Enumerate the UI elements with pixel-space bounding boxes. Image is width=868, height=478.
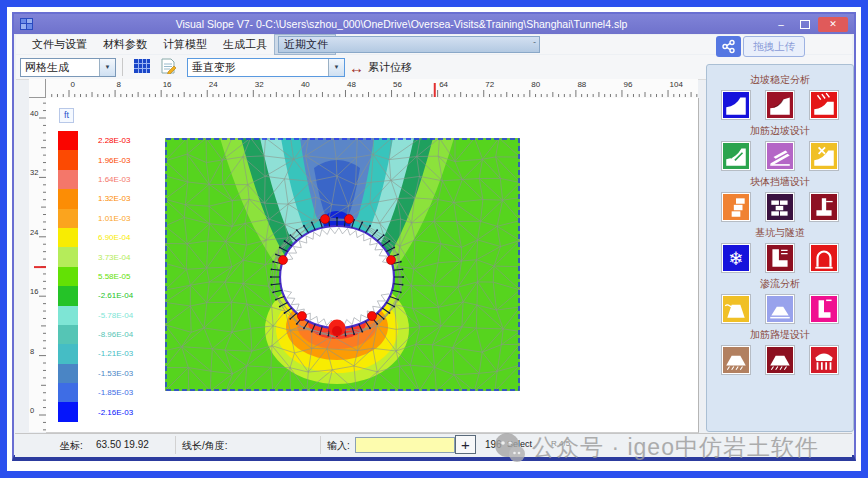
- sidebar-section-label: 块体挡墙设计: [750, 175, 810, 189]
- block-wall-icon[interactable]: [721, 192, 751, 222]
- drawing-canvas[interactable]: ft 2.28E-031.96E-031.64E-031.32E-031.01E…: [46, 98, 699, 433]
- legend-entry: 1.01E-03: [58, 209, 133, 228]
- svg-text:8: 8: [30, 347, 34, 356]
- vertical-ruler[interactable]: 4032241680: [29, 98, 47, 432]
- mesh-grid-icon[interactable]: [134, 59, 150, 75]
- dam-seepage-icon[interactable]: [721, 294, 751, 324]
- legend-value: -1.53E-03: [98, 369, 133, 378]
- menu-item-3[interactable]: 计算模型: [155, 35, 215, 54]
- input-label: 输入:: [327, 439, 350, 453]
- legend-entry: -2.16E-03: [58, 402, 133, 421]
- close-button[interactable]: ✕: [818, 17, 848, 32]
- svg-text:32: 32: [255, 80, 264, 89]
- chevron-down-icon: ˇ: [533, 40, 536, 49]
- menu-item-1[interactable]: 文件与设置: [24, 35, 95, 54]
- svg-text:0: 0: [71, 80, 76, 89]
- ground-freezing-icon[interactable]: ❄: [721, 243, 751, 273]
- svg-text:48: 48: [347, 80, 356, 89]
- legend-value: 1.64E-03: [98, 175, 130, 184]
- legend-swatch: [58, 247, 78, 266]
- horizontal-ruler[interactable]: 081624324048566472808896104: [46, 79, 698, 99]
- window-title: Visual Slope V7- 0-C:\Users\szhou_000\On…: [33, 18, 770, 30]
- svg-text:16: 16: [30, 287, 38, 296]
- recent-files-combo[interactable]: 近期文件 ˇ: [278, 36, 540, 53]
- legend-entry: -1.21E-03: [58, 344, 133, 363]
- statusbar-separator: [320, 436, 321, 454]
- watermark-text: 公众号 · igeo中仿岩土软件: [532, 432, 819, 463]
- legend-value: 2.28E-03: [98, 136, 130, 145]
- legend-entry: 1.96E-03: [58, 150, 133, 169]
- legend-entry: 3.73E-04: [58, 247, 133, 266]
- cumulative-displacement-label[interactable]: 累计位移: [368, 60, 412, 75]
- sidebar-section-label: 加筋路堤设计: [750, 328, 810, 342]
- maximize-button[interactable]: [794, 17, 816, 32]
- title-bar[interactable]: Visual Slope V7- 0-C:\Users\szhou_000\On…: [14, 14, 854, 34]
- sidebar-section-label: 边坡稳定分析: [750, 73, 810, 87]
- svg-text:88: 88: [577, 80, 586, 89]
- legend-entry: -2.61E-04: [58, 286, 133, 305]
- embankment-icon[interactable]: [721, 345, 751, 375]
- edit-report-icon[interactable]: [160, 58, 176, 76]
- seepage-structure-icon[interactable]: [809, 294, 839, 324]
- legend-entry: 1.64E-03: [58, 170, 133, 189]
- sidebar-section-label: 渗流分析: [760, 277, 800, 291]
- sidebar-section-label: 基坑与隧道: [755, 226, 805, 240]
- svg-text:❄: ❄: [728, 248, 743, 269]
- embankment-fill-icon[interactable]: [765, 345, 795, 375]
- legend-value: -2.61E-04: [98, 291, 133, 300]
- legend-entry: 5.58E-05: [58, 267, 133, 286]
- svg-text:24: 24: [209, 80, 218, 89]
- retaining-wall-icon[interactable]: [809, 192, 839, 222]
- tunnel-icon[interactable]: [809, 243, 839, 273]
- svg-text:80: 80: [531, 80, 540, 89]
- svg-text:72: 72: [485, 80, 494, 89]
- result-type-label: 垂直变形: [192, 60, 236, 75]
- legend-swatch: [58, 306, 78, 325]
- legend-swatch: [58, 402, 78, 421]
- zoom-crosshair-button[interactable]: +: [455, 435, 476, 454]
- svg-text:16: 16: [163, 80, 172, 89]
- wechat-icon: [492, 430, 526, 464]
- layered-slope-icon[interactable]: [765, 141, 795, 171]
- mesh-tool-label: 网格生成: [25, 60, 69, 75]
- pile-embankment-icon[interactable]: [809, 345, 839, 375]
- menu-item-2[interactable]: 材料参数: [95, 35, 155, 54]
- legend-value: 5.58E-05: [98, 272, 130, 281]
- legend-entry: -8.96E-04: [58, 325, 133, 344]
- slope-failure-icon[interactable]: [765, 90, 795, 120]
- slope-check-icon[interactable]: [809, 141, 839, 171]
- toolbar-separator: [122, 58, 123, 76]
- svg-text:104: 104: [670, 80, 684, 89]
- slope-rain-icon[interactable]: [809, 90, 839, 120]
- command-input[interactable]: [355, 437, 455, 453]
- legend-value: -1.21E-03: [98, 349, 133, 358]
- excavation-icon[interactable]: [765, 243, 795, 273]
- mesh-tool-combo[interactable]: 网格生成 ▼: [20, 58, 116, 77]
- legend-swatch: [58, 267, 78, 286]
- chevron-down-icon: ▼: [99, 59, 115, 76]
- reinforced-slope-icon[interactable]: [721, 141, 751, 171]
- legend-value: 1.01E-03: [98, 214, 130, 223]
- legend-entry: 2.28E-03: [58, 131, 133, 150]
- brick-wall-icon[interactable]: [765, 192, 795, 222]
- legend-swatch: [58, 170, 78, 189]
- embankment-seepage-icon[interactable]: [765, 294, 795, 324]
- legend-swatch: [58, 364, 78, 383]
- menu-item-4[interactable]: 生成工具: [215, 35, 275, 54]
- result-type-combo[interactable]: 垂直变形 ▼: [187, 58, 345, 77]
- legend-entry: 6.90E-04: [58, 228, 133, 247]
- sidebar-section-2: 加筋边坡设计: [707, 124, 853, 171]
- svg-text:24: 24: [30, 228, 38, 237]
- color-legend: 2.28E-031.96E-031.64E-031.32E-031.01E-03…: [58, 131, 133, 422]
- upload-button[interactable]: 拖拽上传: [743, 36, 805, 57]
- drag-upload-overlay[interactable]: 拖拽上传: [716, 36, 805, 57]
- svg-text:56: 56: [393, 80, 402, 89]
- slope-stability-icon[interactable]: [721, 90, 751, 120]
- legend-value: 1.96E-03: [98, 156, 130, 165]
- recent-files-label: 近期文件: [284, 37, 328, 52]
- tool-sidebar: 边坡稳定分析加筋边坡设计块体挡墙设计基坑与隧道❄渗流分析加筋路堤设计: [706, 64, 854, 432]
- fem-model-view[interactable]: [165, 138, 520, 391]
- sidebar-section-5: 渗流分析: [707, 277, 853, 324]
- minimize-button[interactable]: –: [770, 17, 792, 32]
- watermark: 公众号 · igeo中仿岩土软件: [492, 430, 819, 464]
